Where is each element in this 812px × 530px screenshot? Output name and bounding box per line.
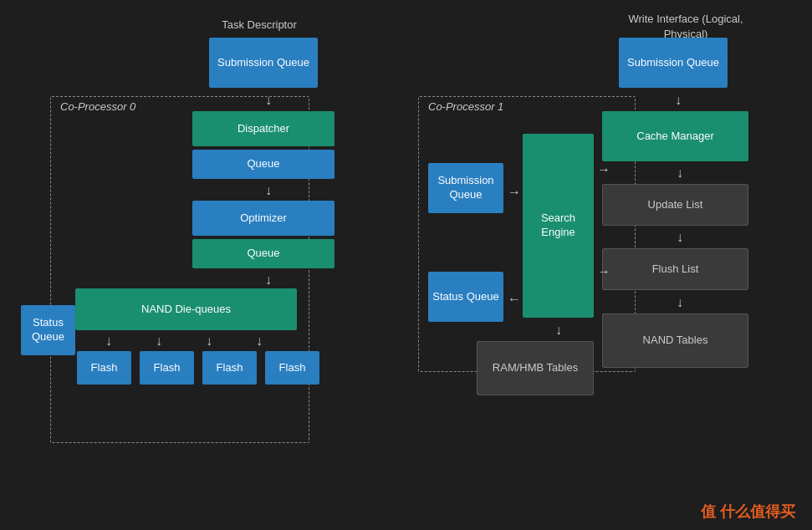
status-queue-1: Status Queue [428, 272, 503, 322]
submission-queue-1: Submission Queue [619, 38, 728, 88]
flash-2-box: Flash [140, 351, 194, 385]
co-processor-0-label: Co-Processor 0 [60, 100, 135, 113]
queue-1-box: Queue [192, 150, 335, 179]
arrow-status-to-search: ← [506, 293, 523, 306]
nand-die-queues-box: NAND Die-queues [75, 288, 297, 330]
arrow-search-to-cache: → [595, 163, 612, 176]
flash-4-box: Flash [265, 351, 319, 385]
queue-2-box: Queue [192, 239, 335, 268]
arrow-q1-to-optimizer: ↓ [262, 182, 275, 199]
ram-hmb-tables-box: RAM/HMB Tables [477, 341, 594, 395]
arrow-nand-to-flash2: ↓ [152, 333, 166, 349]
submission-queue-0: Submission Queue [209, 38, 318, 88]
arrow-q2-to-nand: ↓ [262, 272, 275, 288]
task-descriptor-label: Task Descriptor [192, 18, 326, 31]
co-processor-1-label: Co-Processor 1 [428, 100, 503, 113]
arrow-sq-to-search: → [506, 186, 523, 199]
flash-3-box: Flash [202, 351, 257, 385]
arrow-search-to-flush: → [595, 265, 612, 278]
status-queue-0: Status Queue [21, 305, 75, 355]
flush-list-box: Flush List [602, 248, 748, 290]
arrow-nand-to-flash1: ↓ [102, 333, 115, 349]
search-engine-box: Search Engine [523, 134, 594, 318]
nand-tables-box: NAND Tables [602, 313, 748, 368]
arrow-nand-to-flash4: ↓ [253, 333, 266, 349]
arrow-sq1-to-cache: ↓ [672, 92, 685, 109]
arrow-sq0-to-dispatcher: ↓ [262, 92, 275, 109]
arrow-cache-to-update: ↓ [673, 165, 687, 181]
watermark-text: 值 什么值得买 [701, 502, 795, 522]
co-processor-0-outline [50, 96, 309, 443]
arrow-search-to-ram: ↓ [552, 322, 565, 339]
arrow-flush-to-nand-tables: ↓ [673, 294, 687, 311]
arrow-nand-to-flash3: ↓ [202, 333, 216, 349]
diagram-container: Task Descriptor Co-Processor 0 Submissio… [0, 0, 812, 530]
submission-queue-inner: Submission Queue [428, 163, 503, 213]
optimizer-box: Optimizer [192, 201, 335, 236]
arrow-update-to-flush: ↓ [673, 229, 687, 246]
update-list-box: Update List [602, 184, 748, 226]
cache-manager-box: Cache Manager [602, 111, 748, 161]
dispatcher-box: Dispatcher [192, 111, 335, 146]
flash-1-box: Flash [77, 351, 131, 385]
